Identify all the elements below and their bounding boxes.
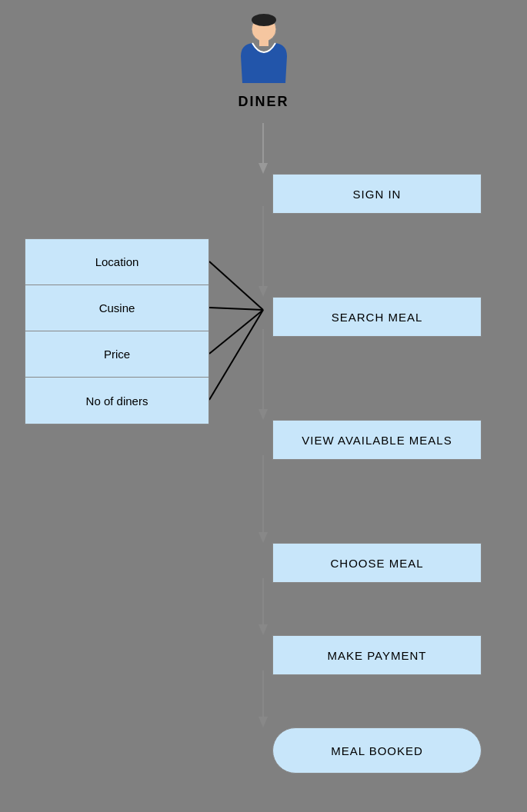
- choose-meal-box: CHOOSE MEAL: [272, 543, 482, 583]
- search-meal-label: SEARCH MEAL: [332, 311, 423, 324]
- input-cusine: Cusine: [25, 285, 208, 331]
- input-location: Location: [25, 239, 208, 285]
- svg-marker-11: [258, 717, 268, 727]
- search-meal-box: SEARCH MEAL: [272, 297, 482, 337]
- view-meals-label: VIEW AVAILABLE MEALS: [302, 434, 452, 447]
- svg-marker-7: [258, 532, 268, 543]
- diner-icon: [233, 14, 295, 91]
- meal-booked-box: MEAL BOOKED: [272, 727, 482, 774]
- svg-line-12: [209, 261, 263, 310]
- meal-booked-label: MEAL BOOKED: [331, 744, 423, 757]
- svg-marker-5: [258, 409, 268, 420]
- input-group: Location Cusine Price No of diners: [25, 238, 209, 424]
- make-payment-box: MAKE PAYMENT: [272, 635, 482, 675]
- make-payment-label: MAKE PAYMENT: [328, 649, 427, 662]
- diagram-container: DINER SIGN IN Location Cusine Price No o…: [0, 0, 527, 812]
- input-price: Price: [25, 331, 208, 378]
- input-diners: No of diners: [25, 378, 208, 424]
- svg-marker-1: [258, 163, 268, 174]
- svg-line-15: [209, 310, 263, 400]
- choose-meal-label: CHOOSE MEAL: [330, 557, 423, 570]
- svg-point-17: [252, 14, 276, 26]
- actor: DINER: [233, 14, 295, 110]
- svg-line-13: [209, 308, 263, 310]
- sign-in-label: SIGN IN: [353, 188, 402, 201]
- view-meals-box: VIEW AVAILABLE MEALS: [272, 420, 482, 460]
- svg-marker-9: [258, 624, 268, 635]
- actor-label: DINER: [238, 94, 289, 110]
- sign-in-box: SIGN IN: [272, 174, 482, 214]
- svg-line-14: [209, 310, 263, 354]
- svg-marker-3: [258, 286, 268, 297]
- svg-rect-18: [259, 40, 269, 46]
